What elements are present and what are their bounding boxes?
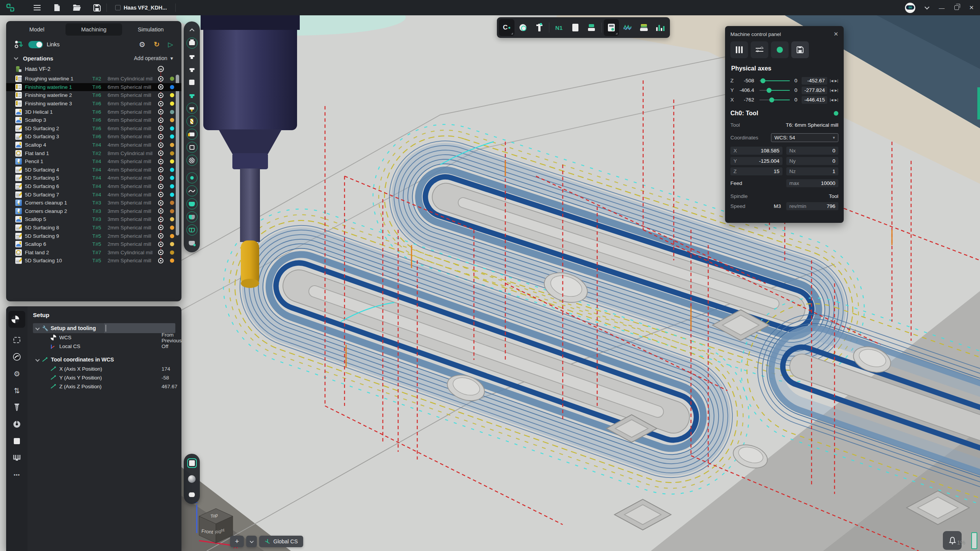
show-tool-button[interactable]	[186, 116, 198, 127]
snap-tool-button[interactable]: C	[499, 19, 514, 36]
axis-step-buttons[interactable]: |◀ ▶|	[830, 88, 838, 92]
sidebar-item-tool[interactable]	[12, 352, 21, 361]
cs-dropdown-button[interactable]	[246, 536, 257, 547]
nc-program-button[interactable]: N1	[551, 19, 567, 36]
operation-visibility-toggle[interactable]	[158, 159, 163, 164]
operation-visibility-toggle[interactable]	[158, 242, 163, 247]
operation-row[interactable]: Roughing waterline 1 T#2 8mm Cylindrical…	[6, 75, 181, 83]
show-mesh-button[interactable]	[186, 224, 198, 235]
operation-color-dot[interactable]	[170, 184, 174, 188]
show-rest-material-button[interactable]	[186, 211, 198, 222]
coordinate-field[interactable]: Z15	[730, 167, 782, 175]
mcp-record-button[interactable]	[771, 41, 789, 58]
operation-color-dot[interactable]	[170, 217, 174, 221]
operation-row[interactable]: Finishing waterline 2 T#6 6mm Spherical …	[6, 91, 181, 100]
new-file-button[interactable]	[51, 2, 64, 13]
recalculate-icon[interactable]: ↻	[154, 40, 160, 49]
tool-coordinates-header[interactable]: Tool coordinates in WCS	[33, 355, 175, 365]
show-fixture-hatch-button[interactable]	[186, 155, 198, 166]
minimize-button[interactable]: —	[939, 5, 944, 11]
caliper-button[interactable]	[531, 19, 547, 36]
stock-compare-button[interactable]	[636, 19, 652, 36]
normal-field[interactable]: Ny0	[786, 157, 838, 165]
close-window-button[interactable]: ✕	[969, 4, 974, 11]
operation-color-dot[interactable]	[170, 234, 174, 238]
show-tool-holder-button[interactable]	[186, 103, 198, 114]
sidebar-item-settings[interactable]: ⚙	[12, 369, 21, 378]
axis-current-value[interactable]: -452.67	[802, 77, 827, 85]
mcp-settings-button[interactable]	[751, 41, 768, 58]
operation-color-dot[interactable]	[170, 134, 174, 139]
operation-color-dot[interactable]	[170, 159, 174, 164]
sidebar-item-fixture[interactable]	[12, 453, 21, 463]
tab-simulation[interactable]: Simulation	[122, 23, 179, 36]
operation-row[interactable]: 5D Surfacing 2 T#6 6mm Spherical mill	[6, 124, 181, 133]
axis-slider[interactable]	[760, 80, 790, 81]
operation-visibility-toggle[interactable]	[158, 134, 163, 139]
show-stock-button[interactable]	[186, 77, 198, 88]
operation-color-dot[interactable]	[170, 168, 174, 172]
operation-color-dot[interactable]	[170, 77, 174, 81]
coordinate-field[interactable]: X108.585	[730, 147, 782, 155]
operation-row[interactable]: 5D Surfacing 3 T#6 6mm Spherical mill	[6, 132, 181, 141]
operation-visibility-toggle[interactable]	[158, 175, 163, 181]
add-cs-button[interactable]: +	[230, 536, 244, 547]
machine-node[interactable]: Haas VF-2	[6, 64, 181, 74]
axis-slider[interactable]	[760, 100, 790, 100]
sidebar-item-drill[interactable]	[12, 403, 21, 412]
sidebar-item-stock[interactable]	[12, 335, 21, 345]
operation-row[interactable]: Finishing waterline 3 T#6 6mm Spherical …	[6, 100, 181, 108]
machine-visibility-menu-icon[interactable]	[158, 66, 164, 72]
operation-color-dot[interactable]	[170, 126, 174, 131]
operation-visibility-toggle[interactable]	[158, 150, 163, 156]
collapse-toolbar-button[interactable]	[186, 25, 198, 36]
fit-view-button[interactable]	[186, 458, 198, 469]
normal-field[interactable]: Nx0	[786, 147, 838, 155]
operation-color-dot[interactable]	[170, 258, 174, 263]
operations-collapse-chevron-icon[interactable]	[14, 56, 18, 60]
sidebar-item-stop[interactable]	[12, 437, 21, 446]
sidebar-item-wcs[interactable]	[8, 311, 25, 328]
operation-color-dot[interactable]	[170, 242, 174, 246]
operation-row[interactable]: Scallop 3 T#6 6mm Spherical mill	[6, 116, 181, 124]
operation-row[interactable]: Scallop 6 T#5 2mm Spherical mill	[6, 240, 181, 249]
show-toolpath-curve-button[interactable]	[186, 185, 198, 196]
feed-field[interactable]: max10000	[786, 179, 838, 187]
document-tab[interactable]: Haas VF2_KDH...	[110, 5, 172, 11]
operation-color-dot[interactable]	[170, 226, 174, 230]
mcp-close-icon[interactable]: ✕	[833, 31, 838, 38]
show-spindle-a-button[interactable]	[186, 51, 198, 62]
axis-step-buttons[interactable]: |◀ ▶|	[830, 79, 838, 83]
camera-view-button[interactable]	[186, 489, 198, 500]
sidebar-item-transform[interactable]: ⇅	[12, 386, 21, 395]
show-machine-head-button[interactable]	[186, 38, 198, 49]
operation-color-dot[interactable]	[170, 250, 174, 255]
operation-color-dot[interactable]	[170, 110, 174, 114]
operation-visibility-toggle[interactable]	[158, 167, 163, 172]
mcp-save-state-button[interactable]	[791, 41, 809, 58]
save-button[interactable]	[90, 2, 103, 13]
show-workpiece-button[interactable]	[186, 129, 198, 140]
operation-row[interactable]: 5D Surfacing 9 T#5 2mm Spherical mill	[6, 232, 181, 240]
operation-visibility-toggle[interactable]	[158, 118, 163, 123]
group-chevron-icon[interactable]	[35, 357, 39, 361]
operation-color-dot[interactable]	[170, 176, 174, 180]
operation-visibility-toggle[interactable]	[158, 184, 163, 189]
axis-current-value[interactable]: -277.824	[802, 87, 827, 94]
group-chevron-icon[interactable]	[35, 326, 39, 330]
axis-current-value[interactable]: -446.415	[802, 96, 827, 104]
orbit-view-button[interactable]	[186, 473, 198, 484]
operation-color-dot[interactable]	[170, 101, 174, 106]
operation-visibility-toggle[interactable]	[158, 126, 163, 131]
control-panel-button[interactable]	[604, 19, 619, 36]
run-simulation-icon[interactable]: ▷	[168, 41, 173, 49]
show-points-button[interactable]	[186, 172, 198, 183]
operation-visibility-toggle[interactable]	[158, 250, 163, 255]
operation-visibility-toggle[interactable]	[158, 258, 163, 263]
operation-visibility-toggle[interactable]	[158, 233, 163, 239]
local-cs-row[interactable]: Local CS Off	[33, 342, 175, 351]
operation-visibility-toggle[interactable]	[158, 208, 163, 214]
machine-view-button[interactable]	[584, 19, 599, 36]
axis-z-row[interactable]: Z (Axis Z Position) 467.67	[33, 382, 175, 391]
speed-field[interactable]: rev/min796	[786, 202, 838, 210]
